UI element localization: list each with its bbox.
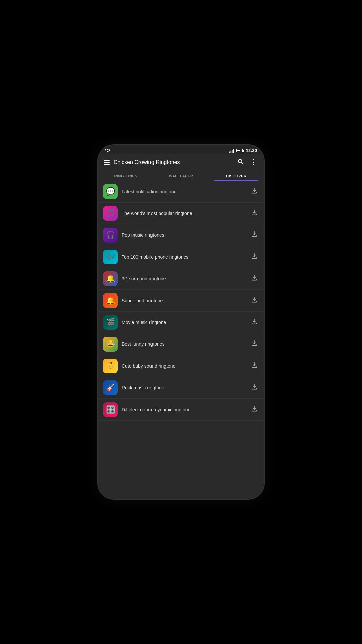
list-item[interactable]: 🎵 The world's most popular ringtone [98,203,264,224]
phone-frame: 12:30 Chicken Crowing Ringtones ⋮ RIN [97,144,265,500]
list-item[interactable]: 🔔 3D surround ringtone [98,268,264,290]
svg-marker-0 [107,151,109,152]
ringtone-list: 💬 Latest notification ringtone 🎵 The wor… [98,181,264,499]
tab-ringtones[interactable]: RINGTONES [98,170,154,181]
item-label-3: Pop music ringtones [122,232,246,238]
list-item[interactable]: 🎛️ DJ electro-tone dynamic ringtone [98,399,264,421]
download-button-1[interactable] [250,186,259,197]
item-icon-3: 🎧 [103,228,118,243]
status-bar: 12:30 [98,145,264,154]
download-button-10[interactable] [250,382,259,393]
item-label-11: DJ electro-tone dynamic ringtone [122,407,246,412]
item-label-6: Super loud ringtone [122,298,246,303]
download-button-8[interactable] [250,339,259,350]
app-title: Chicken Crowing Ringtones [114,159,233,165]
list-item[interactable]: 🎸 Rock music ringtone [98,377,264,399]
svg-rect-4 [233,149,234,153]
app-bar-actions: ⋮ [237,158,258,167]
download-button-2[interactable] [250,208,259,219]
list-item[interactable]: 🎧 Pop music ringtones [98,224,264,246]
status-right: 12:30 [229,148,257,153]
item-icon-11: 🎛️ [103,402,118,417]
tab-wallpaper[interactable]: WALLPAPER [154,170,209,181]
item-icon-8: 😂 [103,337,118,352]
item-label-7: Movie music ringtone [122,320,246,325]
status-left [105,149,110,153]
more-options-button[interactable]: ⋮ [249,158,258,167]
item-label-5: 3D surround ringtone [122,276,246,281]
item-label-10: Rock music ringtone [122,385,246,390]
item-label-1: Latest notification ringtone [122,189,246,194]
download-button-3[interactable] [250,230,259,241]
list-item[interactable]: 🎶 Top 100 mobile phone ringtones [98,246,264,268]
item-label-4: Top 100 mobile phone ringtones [122,254,246,260]
svg-rect-3 [232,150,233,153]
download-button-6[interactable] [250,295,259,306]
phone-inner: 12:30 Chicken Crowing Ringtones ⋮ RIN [98,145,264,499]
item-icon-5: 🔔 [103,271,118,286]
item-icon-7: 🎬 [103,315,118,330]
time-display: 12:30 [246,148,257,153]
tab-discover[interactable]: DISCOVER [208,170,264,181]
search-button[interactable] [237,158,244,167]
download-button-9[interactable] [250,361,259,372]
item-icon-4: 🎶 [103,250,118,264]
item-icon-9: 👶 [103,359,118,373]
battery-icon [236,149,244,152]
list-item[interactable]: 💬 Latest notification ringtone [98,181,264,203]
item-label-9: Cute baby sound ringtone [122,363,246,369]
download-button-11[interactable] [250,404,259,415]
hamburger-menu[interactable] [104,160,110,165]
svg-rect-2 [230,151,231,153]
tabs: RINGTONES WALLPAPER DISCOVER [98,170,264,181]
list-item[interactable]: 🎬 Movie music ringtone [98,312,264,333]
item-icon-10: 🎸 [103,380,118,395]
list-item[interactable]: 😂 Best funny ringtones [98,333,264,355]
download-button-5[interactable] [250,273,259,284]
list-item[interactable]: 👶 Cute baby sound ringtone [98,355,264,377]
list-item[interactable]: 🔔 Super loud ringtone [98,290,264,312]
item-label-8: Best funny ringtones [122,341,246,347]
signal-icon [229,149,234,153]
item-label-2: The world's most popular ringtone [122,211,246,216]
app-bar: Chicken Crowing Ringtones ⋮ [98,154,264,170]
download-button-7[interactable] [250,317,259,328]
wifi-icon [105,149,110,153]
item-icon-6: 🔔 [103,293,118,308]
item-icon-2: 🎵 [103,206,118,221]
svg-rect-1 [229,151,230,152]
download-button-4[interactable] [250,252,259,263]
item-icon-1: 💬 [103,184,118,199]
svg-line-6 [241,162,243,164]
